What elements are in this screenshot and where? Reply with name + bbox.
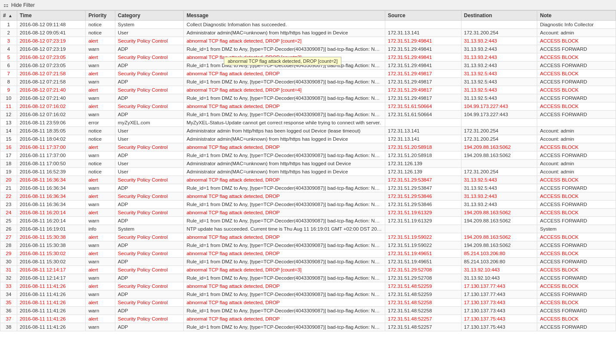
table-row[interactable]: 252016-08-11 16:20:14warnADPRule_id=1 fr… [0,217,616,225]
cell-destination: 31.13.92.10:443 [461,274,537,282]
col-header-num[interactable]: # ▲ [0,11,17,21]
table-row[interactable]: 142016-08-11 18:35:05noticeUserAdministr… [0,127,616,135]
table-row[interactable]: 272016-08-11 15:30:38alertSecurity Polic… [0,233,616,241]
cell-note: ACCESS FORWARD [537,78,616,86]
table-row[interactable]: 372016-08-11 11:41:26alertSecurity Polic… [0,315,616,323]
table-row[interactable]: 162016-08-11 17:37:00alertSecurity Polic… [0,143,616,151]
cell-priority: warn [86,151,115,160]
table-row[interactable]: 112016-08-12 07:16:02alertSecurity Polic… [0,102,616,111]
cell-source: 172.31.51.48:52258 [385,307,461,315]
cell-message: abnormal TCP flag attack detected, DROP … [184,53,385,62]
table-row[interactable]: 122016-08-12 07:16:02warnADPRule_id=1 fr… [0,111,616,119]
cell-priority: alert [86,250,115,258]
table-row[interactable]: 92016-08-12 07:21:40alertSecurity Policy… [0,86,616,94]
table-row[interactable]: 192016-08-11 16:52:39noticeUserAdministr… [0,168,616,176]
cell-category: ADP [115,45,184,53]
cell-priority: alert [86,192,115,201]
table-row[interactable]: 152016-08-11 18:04:02noticeUserAdministr… [0,135,616,143]
cell-destination: 194.209.88.163:5062 [461,143,537,151]
cell-destination: 194.209.88.163:5062 [461,233,537,241]
cell-time: 2016-08-12 07:23:19 [17,45,86,53]
cell-num: 28 [0,241,17,250]
cell-message: Rule_id=1 from DMZ to Any, [type=TCP-Dec… [184,307,385,315]
table-row[interactable]: 322016-08-11 12:14:17warnADPRule_id=1 fr… [0,274,616,282]
cell-note: ACCESS FORWARD [537,201,616,209]
cell-note: ACCESS FORWARD [537,290,616,299]
table-row[interactable]: 12016-08-12 09:11:48noticeSystemCollect … [0,21,616,29]
table-row[interactable]: 362016-08-11 11:41:26warnADPRule_id=1 fr… [0,307,616,315]
table-row[interactable]: 132016-08-11 23:59:06errormyZyXEL.comMyZ… [0,119,616,127]
cell-message: Rule_id=1 from DMZ to Any, [type=TCP-Dec… [184,184,385,192]
cell-source: 172.31.51.19:49651 [385,258,461,266]
table-row[interactable]: 332016-08-11 11:41:26alertSecurity Polic… [0,282,616,290]
cell-note: System [537,225,616,233]
table-row[interactable]: 242016-08-11 16:20:14alertSecurity Polic… [0,209,616,217]
cell-num: 38 [0,323,17,331]
table-row[interactable]: 52016-08-12 07:23:05alertSecurity Policy… [0,53,616,62]
cell-priority: alert [86,266,115,274]
table-row[interactable]: 202016-08-11 16:36:34alertSecurity Polic… [0,176,616,184]
cell-num: 1 [0,21,17,29]
cell-message: Rule_id=1 from DMZ to Any, [type=TCP-Dec… [184,201,385,209]
table-row[interactable]: 382016-08-11 11:41:26warnADPRule_id=1 fr… [0,323,616,331]
cell-message: abnormal TCP flag attack detected, DROP … [184,266,385,274]
cell-category: Security Policy Control [115,37,184,45]
table-row[interactable]: 182016-08-11 17:00:50noticeUserAdministr… [0,160,616,168]
cell-source: 172.31.51.29:49817 [385,70,461,78]
table-row[interactable]: 22016-08-12 09:05:41noticeUserAdministra… [0,29,616,37]
table-row[interactable]: 212016-08-11 16:36:34warnADPRule_id=1 fr… [0,184,616,192]
col-header-time[interactable]: Time [17,11,86,21]
cell-category: User [115,127,184,135]
table-row[interactable]: 352016-08-11 11:41:26alertSecurity Polic… [0,299,616,307]
table-row[interactable]: 172016-08-11 17:37:00warnADPRule_id=1 fr… [0,151,616,160]
table-row[interactable]: 312016-08-11 12:14:17alertSecurity Polic… [0,266,616,274]
cell-destination: 194.209.88.163:5062 [461,241,537,250]
table-row[interactable]: 262016-08-11 16:19:01infoSystemNTP updat… [0,225,616,233]
col-header-source[interactable]: Source [385,11,461,21]
cell-time: 2016-08-11 18:35:05 [17,127,86,135]
table-row[interactable]: 42016-08-12 07:23:19warnADPRule_id=1 fro… [0,45,616,53]
cell-num: 25 [0,217,17,225]
cell-category: myZyXEL.com [115,119,184,127]
cell-num: 20 [0,176,17,184]
cell-message: abnormal TCP flag attack detected, DROP [184,299,385,307]
col-header-priority[interactable]: Priority [86,11,115,21]
cell-num: 36 [0,307,17,315]
table-row[interactable]: 62016-08-12 07:23:05warnADPRule_id=1 fro… [0,62,616,70]
cell-note: ACCESS FORWARD [537,274,616,282]
col-header-message[interactable]: Message [184,11,385,21]
cell-source: 172.31.126.139 [385,160,461,168]
cell-destination: 31.13.93.2:443 [461,192,537,201]
cell-num: 14 [0,127,17,135]
col-header-destination[interactable]: Destination [461,11,537,21]
cell-category: Security Policy Control [115,102,184,111]
cell-category: ADP [115,274,184,282]
cell-note: ACCESS BLOCK [537,282,616,290]
table-row[interactable]: 82016-08-12 07:21:58warnADPRule_id=1 fro… [0,78,616,86]
top-bar: ⚏ Hide Filter [0,0,616,10]
table-row[interactable]: 72016-08-12 07:21:58alertSecurity Policy… [0,70,616,78]
cell-num: 18 [0,160,17,168]
cell-destination [461,21,537,29]
table-row[interactable]: 32016-08-12 07:23:19alertSecurity Policy… [0,37,616,45]
cell-time: 2016-08-11 23:59:06 [17,119,86,127]
cell-category: System [115,225,184,233]
cell-source: 172.31.51.29:49841 [385,37,461,45]
table-row[interactable]: 302016-08-11 15:30:02warnADPRule_id=1 fr… [0,258,616,266]
col-header-note[interactable]: Note [537,11,616,21]
cell-category: Security Policy Control [115,233,184,241]
col-header-category[interactable]: Category [115,11,184,21]
cell-destination: 17.130.137.75:443 [461,323,537,331]
cell-category: System [115,21,184,29]
table-row[interactable]: 102016-08-12 07:21:40warnADPRule_id=1 fr… [0,94,616,102]
table-row[interactable]: 282016-08-11 15:30:38warnADPRule_id=1 fr… [0,241,616,250]
cell-category: ADP [115,258,184,266]
cell-note: Diagnostic Info Collector [537,21,616,29]
table-row[interactable]: 222016-08-11 16:36:34alertSecurity Polic… [0,192,616,201]
table-row[interactable]: 342016-08-11 11:41:26warnADPRule_id=1 fr… [0,290,616,299]
cell-destination: 17.130.137.73:443 [461,299,537,307]
table-row[interactable]: 232016-08-11 16:36:34warnADPRule_id=1 fr… [0,201,616,209]
cell-priority: warn [86,307,115,315]
hide-filter-label[interactable]: Hide Filter [11,2,35,8]
table-row[interactable]: 292016-08-11 15:30:02alertSecurity Polic… [0,250,616,258]
